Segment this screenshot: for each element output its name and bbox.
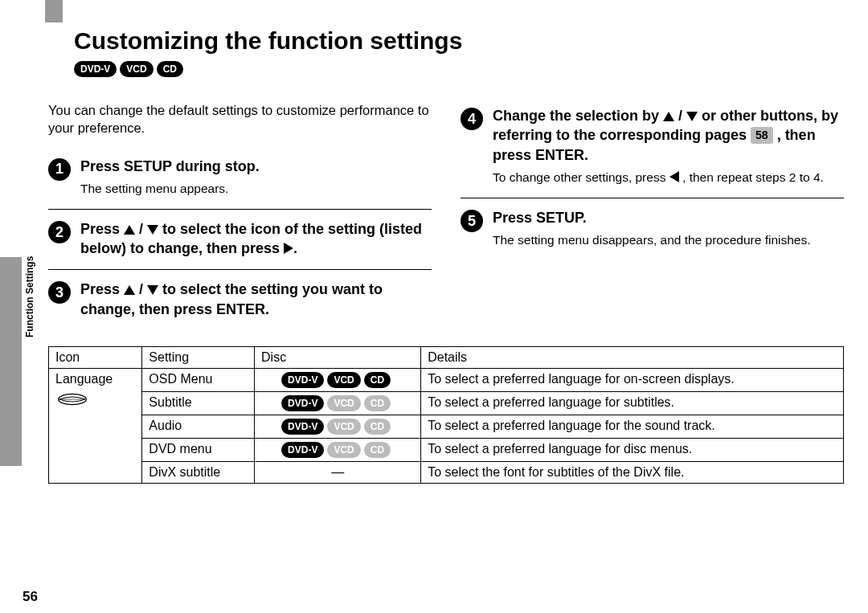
disc-badge: DVD-V [74,61,117,77]
table-header-row: IconSettingDiscDetails [49,346,844,368]
table-header-cell: Setting [142,346,255,368]
step-number-badge: 4 [461,108,483,130]
step-5: 5 Press SETUP. The setting menu disappea… [461,203,844,257]
setting-cell: Subtitle [142,391,255,415]
step-3: 3 Press / to select the setting you want… [48,275,432,327]
page-number: 56 [23,589,38,605]
details-cell: To select the font for subtitles of the … [421,461,844,483]
text: / [135,221,147,237]
divider [48,269,432,270]
disc-badge: DVD-V [281,395,324,411]
step-title: Press SETUP during stop. [80,157,260,176]
side-section-label: Function Settings [24,256,35,337]
disc-badge: CD [364,395,391,411]
left-column: You can change the default settings to c… [48,101,432,327]
step-title: Press SETUP. [493,208,811,227]
up-arrow-icon [663,112,674,121]
down-arrow-icon [147,225,158,235]
table-row: SubtitleDVD-VVCDCDTo select a preferred … [49,391,844,415]
step-title: Press / to select the icon of the settin… [80,219,432,259]
title-disc-badges: DVD-VVCDCD [74,61,844,77]
step-title: Change the selection by / or other butto… [493,106,844,165]
table-header-cell: Details [421,346,844,368]
page-content: Customizing the function settings DVD-VV… [48,16,844,605]
disc-badge: CD [157,61,183,77]
disc-badge: DVD-V [281,442,324,458]
divider [48,209,432,210]
table-header-cell: Icon [49,346,142,368]
details-cell: To select a preferred language for subti… [421,391,844,415]
text: , then repeat steps 2 to 4. [679,170,824,184]
disc-badge: VCD [120,61,153,77]
setting-cell: DVD menu [142,438,255,461]
disc-badge: VCD [327,372,360,388]
page-reference-badge: 58 [751,127,773,144]
table-row: LanguageOSD MenuDVD-VVCDCDTo select a pr… [49,368,844,391]
disc-cell: DVD-VVCDCD [255,415,421,438]
step-body: The setting menu appears. [80,181,260,198]
text: Press [80,221,124,237]
details-cell: To select a preferred language for the s… [421,415,844,438]
details-cell: To select a preferred language for disc … [421,438,844,461]
icon-cell: Language [49,368,142,483]
disc-cell: — [255,461,421,483]
step-body: To change other settings, press , then r… [493,170,844,186]
up-arrow-icon [124,285,135,295]
disc-badge: DVD-V [281,419,324,435]
step-number-badge: 1 [48,158,71,181]
table-header-cell: Disc [255,346,421,368]
step-number-badge: 2 [48,221,71,243]
disc-badge: VCD [327,442,360,458]
setting-cell: OSD Menu [142,368,255,391]
setting-cell: Audio [142,415,255,438]
page-title: Customizing the function settings [74,27,844,55]
up-arrow-icon [124,225,135,235]
intro-text: You can change the default settings to c… [48,101,432,137]
setting-cell: DivX subtitle [142,461,255,483]
down-arrow-icon [686,112,698,121]
disc-badge: CD [364,442,391,458]
text: Press [80,281,124,297]
step-number-badge: 3 [48,281,71,304]
step-4: 4 Change the selection by / or other but… [461,101,844,194]
left-tab-decor [0,257,22,466]
step-1: 1 Press SETUP during stop. The setting m… [48,152,432,206]
disc-badge: DVD-V [281,372,324,388]
left-arrow-icon [669,171,679,182]
settings-table: IconSettingDiscDetails LanguageOSD MenuD… [48,346,844,484]
text: . [293,240,297,256]
right-column: 4 Change the selection by / or other but… [461,101,844,327]
table-row: DVD menuDVD-VVCDCDTo select a preferred … [49,438,844,461]
disc-badge: CD [364,419,391,435]
details-cell: To select a preferred language for on-sc… [421,368,844,391]
text: To change other settings, press [493,170,669,184]
disc-cell: DVD-VVCDCD [255,438,421,461]
text: / [135,281,147,297]
divider [461,198,844,198]
table-row: AudioDVD-VVCDCDTo select a preferred lan… [49,415,844,438]
disc-cell: DVD-VVCDCD [255,391,421,415]
right-arrow-icon [284,243,293,254]
step-number-badge: 5 [461,210,483,232]
disc-badge: VCD [327,419,360,435]
icon-category-label: Language [55,372,135,386]
disc-badge: VCD [327,395,360,411]
step-body: The setting menu disappears, and the pro… [493,232,811,249]
text: / [674,108,686,124]
step-2: 2 Press / to select the icon of the sett… [48,215,432,267]
disc-cell: DVD-VVCDCD [255,368,421,391]
table-row: DivX subtitle—To select the font for sub… [49,461,844,483]
lips-icon [55,391,89,407]
disc-badge: CD [364,372,391,388]
text: Change the selection by [493,108,663,124]
down-arrow-icon [147,285,158,295]
step-title: Press / to select the setting you want t… [80,280,432,319]
